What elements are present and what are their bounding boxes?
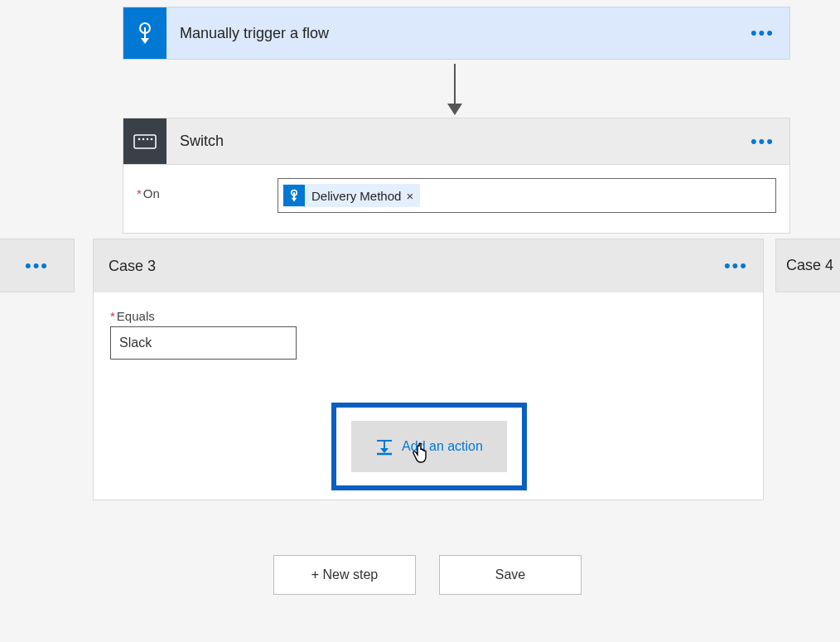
switch-body: *On Delivery Method × bbox=[123, 165, 789, 233]
switch-title: Switch bbox=[167, 133, 751, 150]
svg-point-4 bbox=[142, 138, 145, 140]
save-button[interactable]: Save bbox=[439, 555, 582, 595]
more-icon[interactable]: ••• bbox=[25, 257, 49, 275]
case-next-partial[interactable]: Case 4 bbox=[775, 239, 840, 292]
case3-card: Case 3 ••• *Equals Add an action bbox=[93, 239, 764, 500]
required-star: * bbox=[110, 309, 115, 323]
case3-title: Case 3 bbox=[109, 258, 724, 275]
bottom-buttons: + New step Save bbox=[273, 555, 582, 595]
token-chip-delivery-method[interactable]: Delivery Method × bbox=[283, 184, 420, 207]
required-star: * bbox=[137, 186, 142, 200]
more-icon[interactable]: ••• bbox=[724, 257, 763, 275]
switch-card: Switch ••• *On Delivery Method × bbox=[123, 118, 790, 234]
new-step-button[interactable]: + New step bbox=[273, 555, 416, 595]
token-label: Delivery Method bbox=[311, 189, 401, 203]
equals-label: *Equals bbox=[110, 309, 746, 323]
svg-rect-2 bbox=[134, 135, 156, 148]
case4-title: Case 4 bbox=[786, 257, 833, 274]
equals-input[interactable] bbox=[110, 326, 297, 360]
flow-canvas: Manually trigger a flow ••• Switch ••• bbox=[0, 0, 840, 642]
switch-header[interactable]: Switch ••• bbox=[123, 118, 789, 165]
on-label: *On bbox=[137, 178, 278, 200]
svg-point-5 bbox=[147, 138, 149, 140]
case3-header[interactable]: Case 3 ••• bbox=[94, 239, 763, 292]
add-action-button[interactable]: Add an action bbox=[351, 421, 507, 472]
trigger-title: Manually trigger a flow bbox=[167, 25, 751, 42]
add-action-highlight: Add an action bbox=[331, 403, 527, 490]
flow-arrow bbox=[447, 64, 462, 115]
case3-body: *Equals Add an action bbox=[94, 292, 763, 500]
svg-point-6 bbox=[151, 138, 153, 140]
switch-icon bbox=[123, 118, 167, 164]
more-icon[interactable]: ••• bbox=[751, 133, 789, 151]
add-action-icon bbox=[375, 437, 393, 456]
more-icon[interactable]: ••• bbox=[751, 24, 789, 42]
trigger-card[interactable]: Manually trigger a flow ••• bbox=[123, 7, 790, 60]
manual-trigger-icon bbox=[123, 7, 167, 59]
svg-point-3 bbox=[138, 138, 141, 140]
on-expression-input[interactable]: Delivery Method × bbox=[278, 178, 776, 213]
case-prev-partial[interactable]: ••• bbox=[0, 239, 75, 292]
token-remove-icon[interactable]: × bbox=[406, 189, 413, 203]
manual-trigger-icon bbox=[283, 185, 305, 206]
add-action-label: Add an action bbox=[402, 439, 483, 454]
